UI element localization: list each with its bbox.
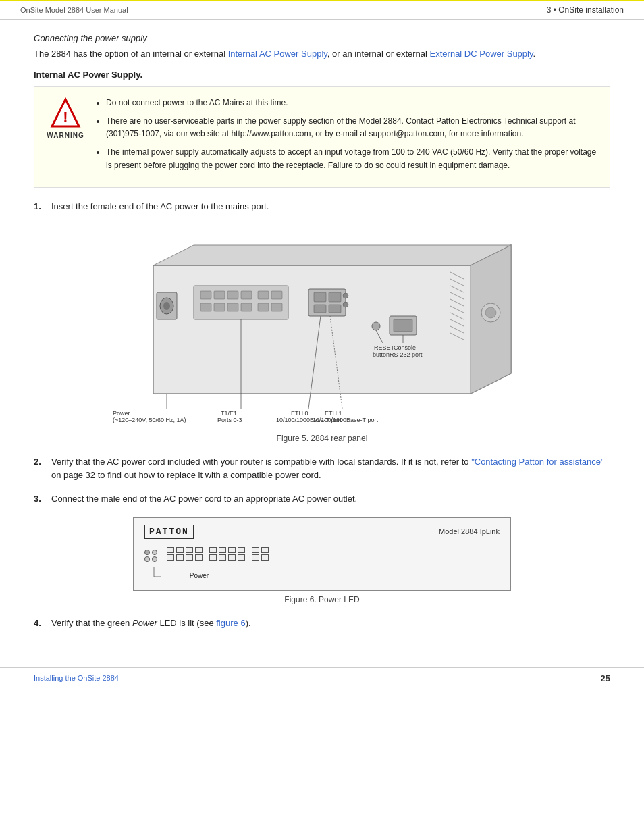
svg-rect-17 <box>258 291 269 299</box>
port-sq <box>195 547 203 553</box>
header-left: OnSite Model 2884 User Manual <box>20 6 128 14</box>
port-row-3a <box>252 547 269 553</box>
step-4-text: Verify that the green Power LED is lit (… <box>51 617 251 631</box>
patton-logo: PATTON <box>144 525 194 539</box>
link-internal-ac[interactable]: Internal AC Power Supply <box>228 49 327 59</box>
svg-rect-25 <box>329 305 341 313</box>
port-row-2b <box>209 554 245 561</box>
step-3-num: 3. <box>34 492 46 506</box>
link-contacting-patton[interactable]: "Contacting Patton for assistance" <box>471 457 603 467</box>
port-row-2a <box>209 547 245 553</box>
header-chapter-prefix: 3 • <box>547 5 559 15</box>
mid-text: , or an internal or external <box>327 49 430 59</box>
svg-text:!: ! <box>63 109 68 126</box>
port-sq <box>252 554 259 561</box>
svg-rect-10 <box>214 291 225 299</box>
warning-triangle-icon: ! <box>49 97 82 129</box>
led-3 <box>144 556 150 562</box>
port-row-1a <box>167 547 203 553</box>
port-sq <box>261 547 269 553</box>
figure-6-area: PATTON Model 2884 IpLink <box>34 517 610 604</box>
port-group-1 <box>167 547 203 561</box>
step-4-text-part3: ). <box>246 618 251 628</box>
main-content: Connecting the power supply The 2884 has… <box>0 33 644 660</box>
led-2 <box>152 550 157 555</box>
svg-text:(~120–240V, 50/60 Hz, 1A): (~120–240V, 50/60 Hz, 1A) <box>113 417 186 423</box>
svg-rect-9 <box>200 291 211 299</box>
warning-item-1: Do not connect power to the AC Mains at … <box>106 97 599 109</box>
svg-rect-24 <box>314 305 326 313</box>
svg-rect-23 <box>329 292 341 302</box>
svg-rect-13 <box>200 303 211 311</box>
port-sq <box>186 547 193 553</box>
svg-point-42 <box>485 307 496 318</box>
svg-rect-8 <box>194 286 288 319</box>
svg-text:ETH 0: ETH 0 <box>291 410 308 417</box>
svg-text:ETH 1: ETH 1 <box>325 410 342 417</box>
port-sq <box>195 554 203 561</box>
step-4: 4. Verify that the green Power LED is li… <box>34 617 610 631</box>
power-arrow-label: Power <box>144 566 500 579</box>
svg-point-26 <box>343 293 348 298</box>
warning-label: WARNING <box>47 132 84 139</box>
step-3-text: Connect the male end of the AC power cor… <box>51 492 357 506</box>
header-chapter-title: OnSite installation <box>558 5 624 15</box>
warning-box: ! WARNING Do not connect power to the AC… <box>34 86 610 188</box>
port-sq <box>186 554 193 561</box>
svg-rect-20 <box>271 303 282 311</box>
led-1 <box>144 550 150 555</box>
end-text: . <box>533 49 536 59</box>
svg-rect-11 <box>227 291 238 299</box>
svg-rect-14 <box>214 303 225 311</box>
step-1-text: Insert the female end of the AC power to… <box>51 200 269 214</box>
step-4-text-part1: Verify that the green <box>51 618 132 628</box>
warning-item-3: The internal power supply automatically … <box>106 146 599 172</box>
svg-text:Power: Power <box>113 410 130 417</box>
port-sq <box>219 554 226 561</box>
subheading-internal-ac: Internal AC Power Supply. <box>34 70 610 80</box>
header-right: 3 • OnSite installation <box>547 5 624 15</box>
step-2-num: 2. <box>34 455 46 484</box>
link-figure6[interactable]: figure 6 <box>216 618 245 628</box>
power-label: Power <box>190 572 209 579</box>
svg-rect-18 <box>271 291 282 299</box>
figure-5-caption: Figure 5. 2884 rear panel <box>34 434 610 443</box>
port-sq <box>261 554 269 561</box>
rear-panel-diagram: Power (~120–240V, 50/60 Hz, 1A) T1/E1 Po… <box>113 225 531 427</box>
front-panel-body <box>144 543 500 566</box>
port-groups <box>167 547 269 561</box>
link-external-dc[interactable]: External DC Power Supply <box>430 49 533 59</box>
intro-paragraph: The 2884 has the option of an internal o… <box>34 47 610 61</box>
step-2-text: Verify that the AC power cord included w… <box>51 455 610 484</box>
warning-content: Do not connect power to the AC Mains at … <box>97 97 599 178</box>
svg-point-28 <box>372 322 380 330</box>
step-1-num: 1. <box>34 200 46 214</box>
port-sq <box>252 547 259 553</box>
port-sq <box>167 554 174 561</box>
svg-text:10/100/1000Base-T port: 10/100/1000Base-T port <box>313 417 378 423</box>
svg-rect-15 <box>227 303 238 311</box>
port-sq <box>176 554 184 561</box>
figure-6-caption: Figure 6. Power LED <box>34 595 610 604</box>
front-panel-header: PATTON Model 2884 IpLink <box>144 525 500 539</box>
svg-text:T1/E1: T1/E1 <box>221 410 237 417</box>
port-sq <box>238 554 245 561</box>
step-2-text-part1: Verify that the AC power cord included w… <box>51 457 471 467</box>
svg-point-27 <box>343 302 348 307</box>
port-sq <box>228 554 236 561</box>
step-4-num: 4. <box>34 617 46 631</box>
intro-text: The 2884 has the option of an internal o… <box>34 49 228 59</box>
step-1: 1. Insert the female end of the AC power… <box>34 200 610 214</box>
front-panel-diagram: PATTON Model 2884 IpLink <box>133 517 511 591</box>
port-sq <box>209 547 217 553</box>
svg-text:button: button <box>373 351 390 358</box>
port-sq <box>176 547 184 553</box>
svg-rect-16 <box>241 303 252 311</box>
power-leds-2 <box>144 556 157 562</box>
step-3: 3. Connect the male end of the AC power … <box>34 492 610 506</box>
svg-text:Console: Console <box>394 344 416 351</box>
port-row-3b <box>252 554 269 561</box>
step-2-text-part2: on page 32 to find out how to replace it… <box>51 470 321 480</box>
port-row-1b <box>167 554 203 561</box>
header-bar: OnSite Model 2884 User Manual 3 • OnSite… <box>0 0 644 20</box>
